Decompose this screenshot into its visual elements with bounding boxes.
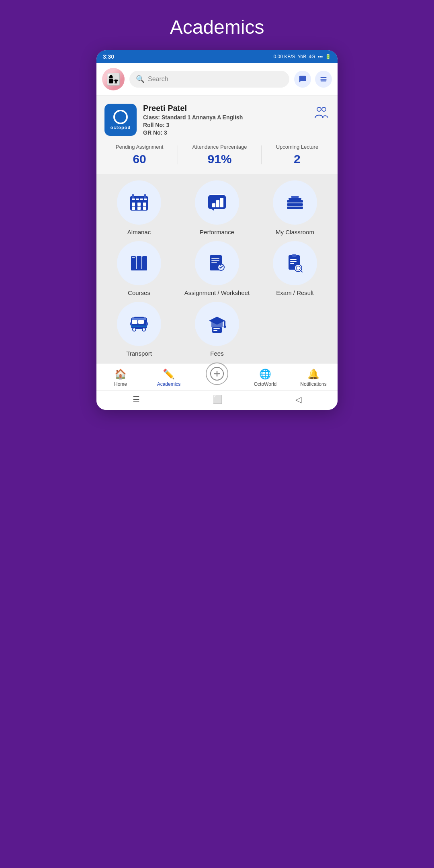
nav-item-academics[interactable]: ✏️ Academics (153, 368, 185, 387)
menu-button[interactable] (315, 71, 332, 88)
svg-rect-25 (287, 207, 303, 209)
svg-point-4 (322, 107, 326, 111)
svg-rect-17 (140, 199, 143, 200)
svg-point-3 (317, 107, 321, 111)
octopod-logo: octopod (104, 104, 137, 136)
transport-icon-circle (117, 302, 161, 346)
svg-rect-18 (144, 199, 147, 200)
svg-rect-10 (137, 203, 141, 206)
performance-icon (207, 192, 227, 213)
page-title: Academics (96, 16, 338, 38)
bottom-nav: 🏠 Home ✏️ Academics 🌐 OctoWorld 🔔 Notifi… (96, 363, 338, 390)
stats-row: Pending Assignment 60 Attendance Percent… (104, 136, 330, 174)
svg-rect-28 (131, 256, 136, 270)
nav-item-octoworld[interactable]: 🌐 OctoWorld (249, 368, 281, 387)
octopod-circle (113, 110, 128, 124)
svg-rect-13 (137, 207, 141, 210)
grid-item-assignment[interactable]: Assignment / Worksheet (181, 241, 253, 296)
performance-icon-circle (195, 180, 239, 225)
svg-rect-20 (212, 203, 215, 207)
grid-item-transport[interactable]: Transport (103, 302, 175, 357)
profile-name: Preeti Patel (143, 104, 307, 113)
svg-rect-2 (321, 80, 327, 81)
almanac-label: Almanac (127, 229, 151, 235)
svg-rect-48 (132, 320, 137, 324)
svg-rect-49 (138, 320, 144, 324)
assignment-label: Assignment / Worksheet (184, 289, 250, 296)
svg-rect-22 (220, 198, 223, 207)
fees-icon-circle (195, 302, 239, 346)
svg-rect-42 (290, 261, 297, 262)
status-bar: 3:30 0.00 KB/S YoB 4G ▪▪▪ 🔋 (96, 50, 338, 63)
nav-octoworld-label: OctoWorld (254, 381, 276, 387)
fees-label: Fees (210, 350, 223, 357)
my-classroom-icon (285, 192, 305, 213)
header: 👩‍👧 🔍 Search (96, 63, 338, 96)
svg-rect-7 (132, 194, 134, 199)
android-menu-btn[interactable]: ☰ (133, 395, 140, 404)
signal-icon: ▪▪▪ (317, 54, 323, 59)
svg-rect-9 (132, 203, 135, 206)
transport-icon (129, 313, 149, 334)
profile-roll: Roll No: 3 (143, 122, 307, 128)
fees-icon (207, 313, 227, 334)
exam-icon (285, 253, 305, 274)
grid-item-courses[interactable]: Courses (103, 241, 175, 296)
svg-rect-14 (143, 207, 146, 210)
assignment-icon-circle (195, 241, 239, 285)
svg-rect-61 (224, 321, 225, 326)
my-classroom-icon-circle (273, 180, 317, 225)
message-icon (299, 75, 307, 83)
svg-rect-32 (131, 269, 147, 270)
svg-rect-29 (132, 257, 135, 258)
svg-rect-11 (143, 203, 146, 206)
nav-item-home[interactable]: 🏠 Home (104, 368, 137, 387)
almanac-icon (129, 192, 149, 213)
svg-rect-52 (146, 322, 148, 326)
svg-line-46 (301, 270, 302, 272)
svg-rect-12 (132, 207, 135, 210)
profile-card: octopod Preeti Patel Class: Standard 1 A… (96, 96, 338, 174)
svg-rect-34 (211, 258, 219, 259)
grid-item-exam[interactable]: Exam / Result (259, 241, 331, 296)
nav-item-notifications[interactable]: 🔔 Notifications (297, 368, 330, 387)
exam-label: Exam / Result (276, 289, 313, 296)
grid-item-almanac[interactable]: Almanac (103, 180, 175, 235)
courses-label: Courses (128, 289, 150, 296)
transport-label: Transport (126, 350, 152, 357)
android-home-btn[interactable]: ⬜ (213, 395, 223, 404)
message-button[interactable] (294, 71, 311, 88)
svg-rect-59 (132, 318, 146, 320)
icon-grid: Almanac Performance (96, 174, 338, 363)
grid-item-performance[interactable]: Performance (181, 180, 253, 235)
grid-item-fees[interactable]: Fees (181, 302, 253, 357)
search-bar[interactable]: 🔍 Search (129, 71, 289, 88)
grid-item-my-classroom[interactable]: My Classroom (259, 180, 331, 235)
status-carrier: YoB (298, 54, 307, 59)
avatar[interactable]: 👩‍👧 (102, 68, 125, 90)
svg-rect-24 (287, 203, 303, 206)
profile-inner: octopod Preeti Patel Class: Standard 1 A… (104, 104, 330, 136)
search-placeholder: Search (148, 76, 168, 83)
performance-label: Performance (200, 229, 234, 235)
android-nav-bar: ☰ ⬜ ◁ (96, 390, 338, 410)
nav-item-octoworld-center[interactable] (201, 371, 233, 385)
assignment-icon (207, 253, 227, 274)
svg-rect-35 (211, 260, 219, 261)
stat-pending-assignment: Pending Assignment 60 (116, 144, 164, 166)
svg-rect-36 (211, 262, 217, 263)
header-icons (294, 71, 332, 88)
status-right: 0.00 KB/S YoB 4G ▪▪▪ 🔋 (274, 54, 331, 59)
android-back-btn[interactable]: ◁ (295, 395, 301, 404)
my-classroom-label: My Classroom (276, 229, 314, 235)
svg-rect-41 (290, 259, 297, 260)
academics-icon: ✏️ (163, 368, 175, 380)
svg-rect-50 (131, 326, 147, 327)
status-network: 0.00 KB/S (274, 54, 295, 59)
svg-rect-23 (287, 200, 303, 203)
almanac-icon-circle (117, 180, 161, 225)
nav-notifications-label: Notifications (300, 381, 326, 387)
profile-info: Preeti Patel Class: Standard 1 Annanya A… (143, 104, 307, 136)
globe-icon: 🌐 (259, 368, 271, 380)
stat-upcoming-lecture: Upcoming Lecture 2 (276, 144, 319, 166)
